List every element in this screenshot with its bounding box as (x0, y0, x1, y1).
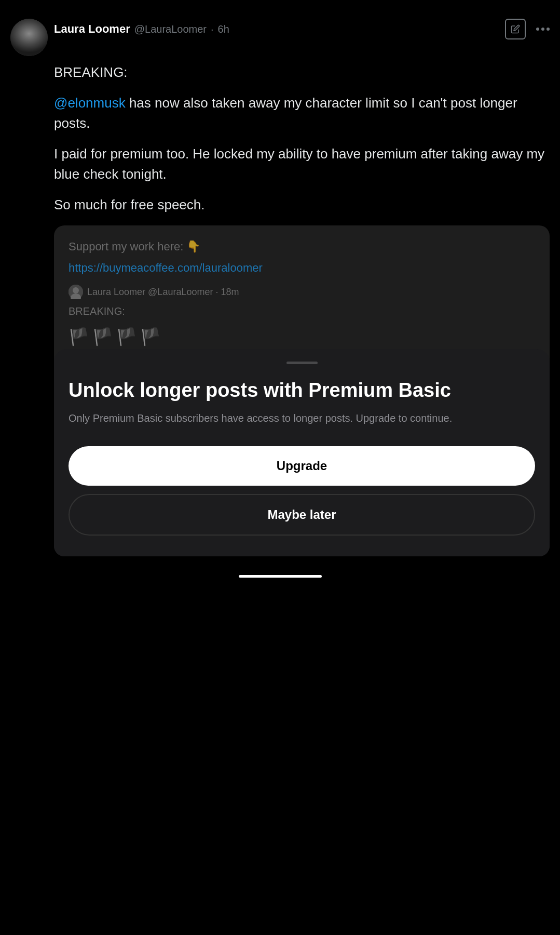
inner-avatar (69, 285, 83, 299)
sheet-title: Unlock longer posts with Premium Basic (69, 379, 535, 403)
svg-point-1 (73, 287, 79, 293)
mention-elonmusk[interactable]: @elonmusk (54, 95, 126, 111)
bottom-sheet: Unlock longer posts with Premium Basic O… (54, 349, 550, 556)
inner-tweet: Laura Loomer @LauraLoomer · 18m (69, 285, 535, 299)
username[interactable]: @LauraLoomer (134, 23, 207, 35)
user-info: Laura Loomer @LauraLoomer · 6h (54, 19, 550, 39)
tweet-line-breaking: BREAKING: (54, 62, 550, 83)
inner-breaking: BREAKING: (69, 303, 535, 319)
maybe-later-button[interactable]: Maybe later (69, 494, 535, 536)
avatar[interactable] (10, 19, 48, 56)
coffee-link[interactable]: https://buymeacoffee.com/lauraloomer (69, 259, 535, 276)
compose-icon[interactable] (505, 19, 526, 39)
embedded-card-content: Support my work here: 👇 https://buymeaco… (54, 225, 550, 359)
upgrade-button[interactable]: Upgrade (69, 446, 535, 486)
inner-meta: Laura Loomer @LauraLoomer · 18m (87, 285, 239, 299)
tweet-line-premium: I paid for premium too. He locked my abi… (54, 144, 550, 184)
sheet-subtitle: Only Premium Basic subscribers have acce… (69, 411, 535, 425)
tweet-body: BREAKING: @elonmusk has now also taken a… (54, 62, 550, 556)
more-options-button[interactable] (536, 28, 550, 31)
home-indicator (239, 575, 322, 578)
display-name[interactable]: Laura Loomer (54, 22, 130, 36)
drag-handle (286, 362, 318, 364)
tweet-container: Laura Loomer @LauraLoomer · 6h (0, 10, 560, 565)
emoji-row: 🏴 🏴 🏴 🏴 (69, 324, 535, 349)
tweet-header: Laura Loomer @LauraLoomer · 6h (10, 19, 550, 56)
tweet-line-mention: @elonmusk has now also taken away my cha… (54, 93, 550, 133)
embedded-card: Support my work here: 👇 https://buymeaco… (54, 225, 550, 556)
separator-dot: · (211, 23, 214, 35)
tweet-time: 6h (218, 23, 229, 35)
tweet-line-speech: So much for free speech. (54, 195, 550, 215)
support-text: Support my work here: 👇 (69, 238, 535, 255)
